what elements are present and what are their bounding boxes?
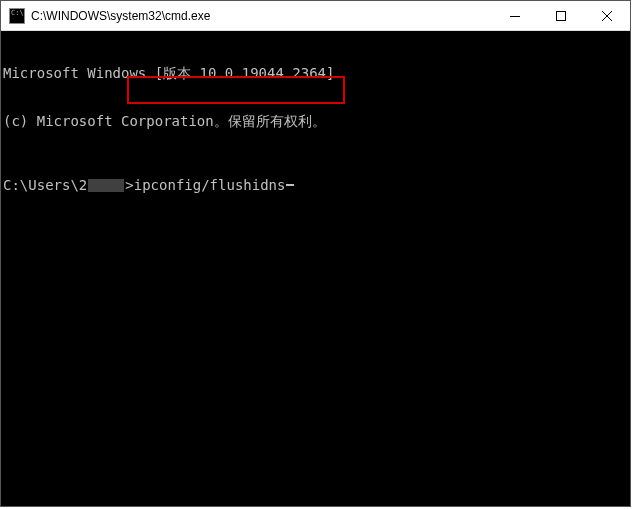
maximize-icon xyxy=(556,11,566,21)
command-text: ipconfig/flushidns xyxy=(134,177,286,193)
cmd-window: C:\WINDOWS\system32\cmd.exe Microsoft Wi… xyxy=(0,0,631,507)
minimize-icon xyxy=(510,16,520,17)
close-icon xyxy=(602,11,612,21)
redacted-username xyxy=(88,179,124,192)
maximize-button[interactable] xyxy=(538,1,584,31)
prompt-line: C:\Users\2>ipconfig/flushidns xyxy=(3,177,630,193)
titlebar[interactable]: C:\WINDOWS\system32\cmd.exe xyxy=(1,1,630,31)
prompt-suffix: > xyxy=(125,177,133,193)
window-title: C:\WINDOWS\system32\cmd.exe xyxy=(31,9,492,23)
cursor xyxy=(286,184,294,186)
window-controls xyxy=(492,1,630,30)
cmd-icon xyxy=(9,8,25,24)
prompt-prefix: C:\Users\2 xyxy=(3,177,87,193)
copyright-line: (c) Microsoft Corporation。保留所有权利。 xyxy=(3,113,630,129)
version-line: Microsoft Windows [版本 10.0.19044.2364] xyxy=(3,65,630,81)
close-button[interactable] xyxy=(584,1,630,31)
terminal-area[interactable]: Microsoft Windows [版本 10.0.19044.2364] (… xyxy=(1,31,630,506)
minimize-button[interactable] xyxy=(492,1,538,31)
